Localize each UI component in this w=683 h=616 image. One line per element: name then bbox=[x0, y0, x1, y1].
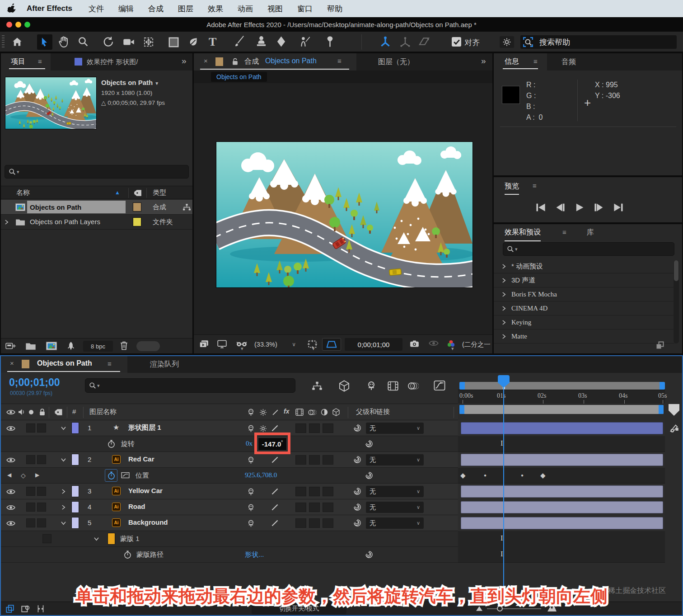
chevron-right-icon[interactable] bbox=[502, 320, 506, 325]
layer-name[interactable]: Red Car bbox=[128, 455, 154, 463]
adjustment-column-icon[interactable] bbox=[321, 409, 328, 416]
work-area-start-handle[interactable] bbox=[459, 405, 464, 414]
collapse-switch-column-icon[interactable] bbox=[259, 409, 267, 416]
zoom-level-dropdown[interactable]: (33.3%) ∨ bbox=[251, 339, 299, 350]
layer-bar-red-car[interactable] bbox=[461, 454, 663, 466]
project-row-composition[interactable]: Objects on Path 合成 bbox=[1, 200, 192, 215]
search-scope-chevron[interactable]: ▾ bbox=[515, 246, 518, 252]
project-panel-menu-icon[interactable]: ≡ bbox=[38, 57, 42, 65]
layer-name-column-label[interactable]: 图层名称 bbox=[89, 408, 117, 416]
solo-cell[interactable] bbox=[37, 487, 46, 496]
menu-item-composition[interactable]: 合成 bbox=[148, 4, 164, 14]
view-axis-mode-icon[interactable] bbox=[418, 36, 430, 48]
layer-color-swatch[interactable] bbox=[71, 454, 79, 466]
roi-chevron[interactable]: ▾ bbox=[312, 346, 315, 352]
layer-name[interactable]: Road bbox=[128, 503, 145, 510]
effects-list-item[interactable]: Matte bbox=[494, 329, 674, 343]
label-tag-icon[interactable] bbox=[134, 189, 142, 197]
switch-cell[interactable] bbox=[309, 423, 320, 433]
effects-list-item[interactable]: * 动画预设 bbox=[494, 259, 674, 273]
playhead-line[interactable] bbox=[503, 386, 504, 603]
tab-info[interactable]: 信息 ≡ bbox=[494, 53, 547, 71]
visibility-eye-icon[interactable] bbox=[6, 489, 15, 495]
comp-viewport[interactable] bbox=[194, 83, 492, 334]
zoom-handle-left[interactable] bbox=[459, 382, 465, 390]
effects-tab-label[interactable]: 效果和预设 bbox=[505, 228, 541, 241]
menu-item-effect[interactable]: 效果 bbox=[208, 4, 223, 14]
roto-brush-tool[interactable] bbox=[299, 36, 311, 47]
layer-row-road[interactable]: 4 Ai Road 无∨ bbox=[1, 499, 458, 515]
quality-switch[interactable] bbox=[271, 424, 279, 432]
parent-pickwhip-icon[interactable] bbox=[353, 424, 361, 432]
effects-list-item[interactable]: CINEMA 4D bbox=[494, 301, 674, 315]
expand-chevron-down-icon[interactable] bbox=[61, 458, 66, 462]
solo-cell[interactable] bbox=[37, 455, 46, 464]
tab-audio[interactable]: 音频 bbox=[561, 57, 576, 67]
quality-switch-column-icon[interactable] bbox=[272, 409, 279, 416]
quality-switch[interactable] bbox=[271, 519, 279, 527]
eraser-tool[interactable] bbox=[276, 36, 287, 47]
resolution-dropdown[interactable]: (二分之一 bbox=[462, 339, 492, 350]
chevron-right-icon[interactable] bbox=[502, 277, 506, 283]
expand-chevron-down-icon[interactable] bbox=[61, 521, 66, 525]
parent-dropdown[interactable]: 无∨ bbox=[366, 517, 424, 529]
switch-cell[interactable] bbox=[309, 455, 320, 465]
stopwatch-icon[interactable] bbox=[108, 440, 115, 448]
effects-list-item[interactable]: Boris FX Mocha bbox=[494, 287, 674, 301]
show-snapshot-icon[interactable] bbox=[429, 340, 439, 347]
layer-bar-road[interactable] bbox=[461, 501, 663, 513]
switch-cell[interactable] bbox=[309, 487, 320, 496]
visibility-eye-icon[interactable] bbox=[6, 457, 15, 463]
channels-chevron[interactable]: ▾ bbox=[451, 346, 454, 352]
shy-switch[interactable] bbox=[247, 488, 255, 496]
audio-column-icon[interactable] bbox=[18, 409, 26, 415]
preview-panel-menu-icon[interactable]: ≡ bbox=[533, 182, 537, 189]
tab-effect-controls[interactable]: 效果控件 形状图/ bbox=[87, 58, 138, 66]
tab-composition[interactable]: × 合成 Objects on Path ≡ bbox=[194, 53, 356, 71]
keyframe-diamond[interactable]: ◆ bbox=[540, 471, 546, 480]
parent-pickwhip-icon[interactable] bbox=[353, 503, 361, 511]
switch-cell[interactable] bbox=[323, 503, 333, 512]
traffic-light-close[interactable] bbox=[6, 22, 12, 28]
chevron-right-icon[interactable] bbox=[502, 306, 506, 311]
label-color-swatch-yellow[interactable] bbox=[133, 217, 141, 226]
switch-cell[interactable] bbox=[323, 455, 333, 465]
mask-color-swatch[interactable] bbox=[108, 533, 115, 545]
effects-panel-menu-icon[interactable]: ≡ bbox=[562, 228, 566, 236]
new-folder-icon[interactable] bbox=[25, 342, 36, 350]
layer-row-yellow-car[interactable]: 3 Ai Yellow Car 无∨ bbox=[1, 484, 458, 499]
menu-item-help[interactable]: 帮助 bbox=[327, 4, 342, 14]
preferences-gear-button[interactable] bbox=[500, 36, 514, 48]
world-axis-mode-icon[interactable] bbox=[399, 36, 411, 48]
work-area-end-handle[interactable] bbox=[659, 405, 664, 414]
always-preview-icon[interactable] bbox=[199, 340, 209, 348]
switch-cell[interactable] bbox=[295, 487, 306, 496]
layer-name[interactable]: 形状图层 1 bbox=[128, 423, 161, 432]
property-graph-icon[interactable] bbox=[121, 472, 130, 479]
mask-group-label[interactable]: 蒙版 1 bbox=[120, 535, 140, 543]
timeline-tab-close[interactable]: × bbox=[10, 359, 14, 367]
project-search-field[interactable]: ▾ bbox=[5, 165, 189, 179]
keyframe-diamond[interactable]: ◆ bbox=[460, 471, 466, 480]
motion-blur-icon[interactable] bbox=[407, 381, 419, 391]
comp-name-dropdown-arrow[interactable]: ▼ bbox=[154, 81, 159, 86]
next-keyframe-button[interactable]: ▶ bbox=[35, 472, 39, 478]
previous-frame-button[interactable] bbox=[555, 202, 566, 212]
chevron-right-icon[interactable] bbox=[502, 292, 506, 297]
parent-pickwhip-icon[interactable] bbox=[353, 456, 361, 464]
fx-switch-column-icon[interactable]: fx bbox=[284, 408, 289, 415]
motion-blur-column-icon[interactable] bbox=[308, 409, 317, 416]
sort-arrow-icon[interactable]: ▲ bbox=[115, 189, 120, 196]
menu-item-view[interactable]: 视图 bbox=[267, 4, 283, 14]
hide-shy-layers-icon[interactable] bbox=[366, 381, 377, 391]
visibility-eye-icon[interactable] bbox=[6, 425, 15, 432]
parent-pickwhip-icon[interactable] bbox=[353, 487, 361, 495]
switch-cell[interactable] bbox=[323, 518, 333, 528]
layer-color-swatch[interactable] bbox=[71, 422, 79, 434]
graph-editor-icon[interactable] bbox=[434, 380, 445, 391]
zoom-handle-right[interactable] bbox=[660, 382, 665, 390]
effects-scrollbar[interactable] bbox=[674, 260, 679, 343]
menu-item-file[interactable]: 文件 bbox=[89, 4, 104, 14]
hand-tool[interactable] bbox=[59, 36, 70, 48]
clone-stamp-tool[interactable] bbox=[256, 36, 267, 47]
